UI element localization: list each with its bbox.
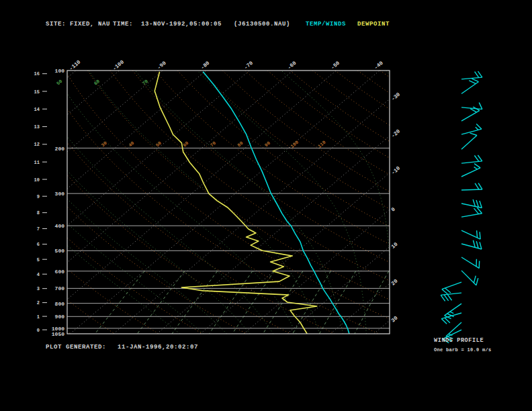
height-tick-label: 5 [37, 257, 40, 263]
adiabat-inner-label: 40 [128, 140, 136, 148]
wind-barb [461, 103, 482, 109]
wind-barb [461, 164, 480, 177]
line [480, 242, 482, 249]
top-temp-label: -60 [286, 60, 298, 71]
wind-barb [461, 208, 482, 217]
wind-barb [461, 133, 477, 149]
line [473, 240, 475, 248]
isotherm-line [330, 71, 532, 334]
right-temp-label: 30 [390, 315, 399, 324]
right-temp-label: 0 [390, 206, 397, 213]
moist-adiabat-line [0, 71, 204, 334]
line [480, 232, 480, 239]
pressure-tick-label: 800 [55, 301, 65, 307]
line [461, 230, 480, 239]
pressure-tick-label: 600 [55, 269, 65, 275]
wind-barb [461, 71, 482, 79]
line [461, 271, 476, 285]
line [473, 199, 475, 206]
line [461, 135, 477, 149]
wind-barb [461, 240, 482, 249]
line [475, 183, 479, 189]
wind-barb [461, 183, 482, 190]
mixing-ratio-line [137, 271, 184, 334]
dry-adiabat-line [0, 71, 159, 334]
height-tick-label: 2 [37, 300, 40, 306]
line [461, 168, 480, 177]
plot-border [67, 71, 390, 334]
isotherm-line [0, 71, 32, 334]
height-tick-label: 4 [37, 272, 40, 277]
isotherm-line [0, 71, 120, 334]
height-tick-label: 16 [34, 71, 40, 77]
mixing-ratio-line [172, 271, 218, 334]
dewpoint-trace [154, 72, 316, 334]
line [477, 230, 478, 238]
wind-barb [442, 282, 461, 294]
line [442, 282, 461, 289]
moist-adiabat-label: 70 [141, 79, 149, 87]
wind-barb [461, 271, 478, 285]
adiabat-inner-label: 80 [236, 140, 245, 148]
line [476, 278, 478, 285]
line [476, 200, 478, 207]
line [475, 72, 479, 78]
line [461, 244, 482, 249]
pressure-tick-label: 500 [55, 248, 65, 254]
wind-barb [441, 293, 461, 301]
top-temp-label: -80 [200, 60, 211, 71]
right-temp-label: -20 [390, 128, 402, 139]
height-tick-label: 6 [37, 242, 40, 247]
line [461, 111, 480, 122]
moist-adiabat-label: 60 [93, 79, 101, 87]
dry-adiabat-line [0, 71, 115, 334]
winds-profile-legend: One barb = 10.0 m/s [434, 347, 492, 353]
right-temp-label: -30 [390, 91, 402, 102]
height-tick-label: 14 [34, 107, 40, 112]
line [461, 214, 482, 217]
dry-adiabat-line [267, 71, 532, 334]
isotherm-line [157, 71, 467, 334]
mixing-ratio-line [95, 271, 144, 334]
pressure-tick-label: 700 [55, 285, 65, 291]
adiabat-inner-label: 70 [209, 140, 217, 148]
dry-adiabat-line [65, 71, 423, 334]
line [450, 312, 453, 314]
right-temp-label: 10 [390, 241, 399, 250]
line [478, 71, 482, 77]
isotherm-line [0, 71, 163, 334]
line [470, 109, 477, 113]
wind-barb [461, 79, 478, 93]
moist-adiabat-line [386, 71, 425, 334]
isotherm-line [0, 71, 206, 334]
wind-barb [461, 230, 480, 239]
top-temp-label: -70 [242, 60, 254, 71]
right-temp-label: 20 [390, 278, 399, 287]
moist-adiabat-label: 50 [56, 79, 64, 87]
line [446, 322, 461, 336]
top-temp-label: -50 [330, 60, 341, 71]
isotherm-line [200, 71, 510, 334]
line [441, 293, 461, 295]
mixing-ratio-line [355, 271, 389, 334]
plot-generated-label: PLOT GENERATED: [46, 344, 106, 351]
height-tick-label: 12 [34, 142, 40, 147]
wind-barb [461, 257, 480, 268]
line [474, 167, 478, 169]
pressure-tick-label: 200 [55, 146, 65, 152]
pressure-tick-label: 900 [55, 314, 65, 320]
line [476, 127, 478, 130]
winds-profile-title: WINDS PROFILE [434, 337, 484, 344]
adiabat-inner-label: 30 [100, 140, 108, 148]
height-tick-label: 8 [37, 210, 40, 216]
wind-barb [461, 199, 482, 208]
moist-adiabat-line [0, 71, 180, 334]
dry-adiabat-line [155, 71, 532, 334]
dry-adiabat-line [0, 71, 203, 334]
wind-barb [461, 107, 480, 121]
pressure-tick-label: 300 [55, 191, 65, 197]
wind-barb [445, 304, 461, 318]
top-temp-label: -110 [68, 58, 82, 71]
skewt-screen: SITE: FIXED, NAU TIME: 13-NOV-1992,05:00… [0, 0, 532, 411]
pressure-tick-label: 400 [55, 223, 65, 229]
